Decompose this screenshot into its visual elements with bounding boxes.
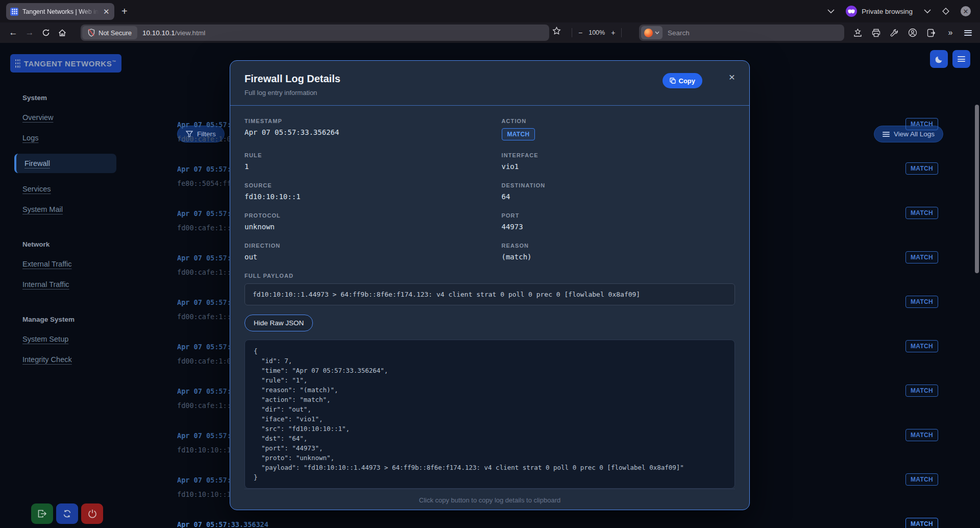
- hide-raw-json-button[interactable]: Hide Raw JSON: [244, 315, 313, 331]
- log-field: TIMESTAMP Apr 07 05:57:33.356264: [244, 118, 478, 140]
- zoom-controls: − 100% +: [572, 25, 622, 41]
- sidebar-item[interactable]: Services: [22, 184, 133, 194]
- logo-grid-icon: [15, 59, 20, 68]
- zoom-out-button[interactable]: −: [578, 29, 582, 37]
- bookmark-star-icon[interactable]: [552, 27, 561, 35]
- browser-tab[interactable]: Tangent Networks | Web in ✕: [6, 3, 114, 20]
- forward-icon[interactable]: →: [21, 25, 38, 40]
- match-badge: MATCH: [905, 518, 938, 528]
- nav-list-system: OverviewLogsFirewallServicesSystem Mail: [0, 113, 133, 214]
- field-label: REASON: [502, 243, 736, 249]
- sidebar-item[interactable]: Integrity Check: [22, 355, 133, 364]
- account-icon[interactable]: [904, 25, 921, 41]
- extensions-icon[interactable]: [923, 25, 939, 41]
- field-grid: TIMESTAMP Apr 07 05:57:33.356264 ACTION …: [244, 118, 735, 261]
- nav-list-network: External TrafficInternal Traffic: [0, 259, 133, 289]
- sidebar-item[interactable]: Logs: [22, 133, 133, 142]
- logout-button[interactable]: [31, 503, 53, 524]
- copy-button[interactable]: Copy: [663, 73, 703, 88]
- log-field: RULE 1: [244, 152, 478, 171]
- wrench-icon[interactable]: [886, 25, 902, 41]
- tangent-networks-logo: TANGENT NETWORKS™: [10, 54, 121, 73]
- field-label: PROTOCOL: [244, 212, 478, 219]
- modal-body: TIMESTAMP Apr 07 05:57:33.356264 ACTION …: [230, 106, 749, 511]
- refresh-button[interactable]: [56, 503, 78, 524]
- zoom-level[interactable]: 100%: [589, 29, 605, 36]
- reload-icon[interactable]: [38, 25, 54, 40]
- field-value: 44973: [502, 223, 736, 231]
- search-engine-chip[interactable]: [641, 26, 663, 39]
- app-menu-icon[interactable]: [960, 25, 976, 41]
- private-browsing-badge: Private browsing: [846, 6, 913, 17]
- search-engine-icon: [644, 29, 653, 37]
- log-field: SOURCE fd10:10:10::1: [244, 182, 478, 201]
- modal-subtitle: Full log entry information: [244, 89, 735, 97]
- page-menu-button[interactable]: [952, 50, 970, 68]
- search-bar[interactable]: Search: [639, 25, 844, 41]
- field-value: fd10:10:10::1: [244, 193, 478, 201]
- sidebar-item[interactable]: Internal Traffic: [22, 280, 133, 289]
- more-tools-icon[interactable]: »: [942, 25, 959, 41]
- match-badge: MATCH: [905, 207, 938, 219]
- field-label: TIMESTAMP: [244, 118, 478, 124]
- log-field: REASON (match): [502, 243, 736, 261]
- log-row[interactable]: Apr 07 05:57:33.356324 MATCH: [177, 520, 938, 528]
- match-badge: MATCH: [905, 162, 938, 175]
- sidebar-item[interactable]: System Setup: [22, 334, 133, 344]
- save-bookmark-icon[interactable]: [849, 25, 866, 41]
- window-close-icon[interactable]: ✕: [961, 6, 971, 16]
- hamburger-icon: [958, 56, 965, 62]
- log-field: ACTION MATCH: [502, 118, 736, 140]
- payload-label: FULL PAYLOAD: [244, 273, 735, 279]
- power-button[interactable]: [81, 503, 103, 524]
- field-label: INTERFACE: [502, 152, 736, 158]
- url-text: 10.10.10.1/view.html: [142, 29, 205, 37]
- field-value: (match): [502, 253, 736, 261]
- nav-list-manage: System SetupIntegrity Check: [0, 334, 133, 364]
- browser-toolbar: ← → Not Secure 10.10.10.1/view.html − 10…: [0, 22, 980, 43]
- shield-slash-icon: [88, 29, 95, 37]
- tab-list-chevron-icon[interactable]: [827, 9, 835, 14]
- log-field: PROTOCOL unknown: [244, 212, 478, 231]
- field-label: RULE: [244, 152, 478, 158]
- tab-close-icon[interactable]: ✕: [103, 8, 110, 15]
- payload-value: fd10:10:10::1.44973 > 64:ff9b::8f6e:f174…: [244, 283, 735, 305]
- modal-close-icon[interactable]: ×: [729, 71, 735, 82]
- field-value: 1: [244, 162, 478, 171]
- sidebar-item[interactable]: Overview: [22, 113, 133, 122]
- field-value: MATCH: [502, 128, 535, 140]
- url-bar[interactable]: Not Secure 10.10.10.1/view.html: [81, 25, 549, 41]
- window-minimize-icon[interactable]: [924, 9, 931, 14]
- field-label: DESTINATION: [502, 182, 736, 188]
- match-badge: MATCH: [905, 385, 938, 397]
- new-tab-button[interactable]: +: [121, 5, 128, 17]
- sidebar-item[interactable]: External Traffic: [22, 259, 133, 269]
- field-value: vio1: [502, 162, 736, 171]
- printer-icon[interactable]: [868, 25, 884, 41]
- match-badge: MATCH: [905, 251, 938, 263]
- sidebar-item[interactable]: Firewall: [14, 154, 116, 173]
- zoom-in-button[interactable]: +: [611, 29, 615, 37]
- raw-json-block: { "id": 7, "time": "Apr 07 05:57:33.3562…: [244, 340, 735, 489]
- field-value: 64: [502, 193, 736, 201]
- field-label: DIRECTION: [244, 243, 478, 249]
- not-secure-badge[interactable]: Not Secure: [82, 26, 137, 39]
- site-favicon-icon: [10, 8, 18, 16]
- back-icon[interactable]: ←: [5, 25, 21, 40]
- page-scrollbar[interactable]: [975, 105, 979, 273]
- search-placeholder: Search: [668, 29, 690, 37]
- modal-title: Firewall Log Details: [244, 73, 735, 85]
- log-field: PORT 44973: [502, 212, 736, 231]
- home-icon[interactable]: [54, 25, 70, 40]
- match-badge: MATCH: [905, 118, 938, 130]
- nav-heading-network: Network: [22, 241, 133, 248]
- window-maximize-icon[interactable]: [942, 8, 949, 15]
- field-label: PORT: [502, 212, 736, 219]
- match-badge: MATCH: [905, 429, 938, 441]
- tab-title: Tangent Networks | Web in: [22, 8, 99, 15]
- sidebar-item[interactable]: System Mail: [22, 205, 133, 214]
- payload-section: FULL PAYLOAD fd10:10:10::1.44973 > 64:ff…: [244, 273, 735, 305]
- field-value: unknown: [244, 223, 478, 231]
- modal-header: Firewall Log Details Full log entry info…: [230, 61, 749, 106]
- match-badge: MATCH: [905, 473, 938, 486]
